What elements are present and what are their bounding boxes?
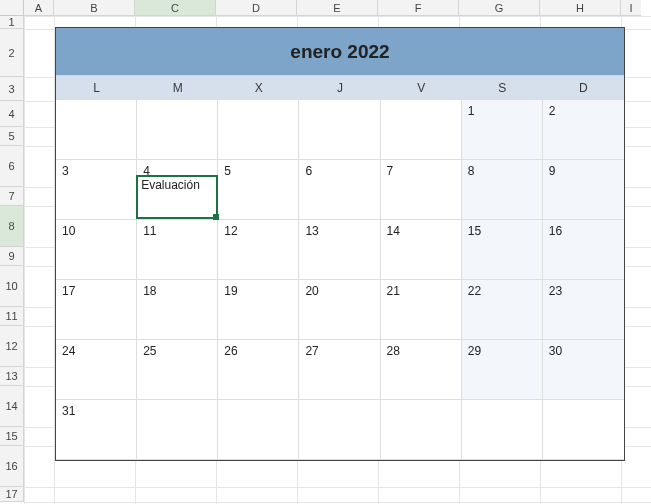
calendar-dow-6: D [543,76,624,100]
row-header-7[interactable]: 7 [0,187,24,206]
calendar-cell[interactable]: 13 [299,220,380,280]
day-number: 5 [224,164,292,178]
calendar-cell[interactable]: 5 [218,160,299,220]
row-header-10[interactable]: 10 [0,266,24,307]
day-number: 21 [387,284,455,298]
calendar-cell[interactable] [299,100,380,160]
calendar-cell[interactable]: 17 [56,280,137,340]
calendar-cell[interactable] [137,100,218,160]
day-number: 31 [62,404,130,418]
calendar-dow-4: V [381,76,462,100]
day-number: 7 [387,164,455,178]
calendar-cell[interactable]: 3 [56,160,137,220]
column-header-C[interactable]: C [135,0,216,16]
day-number: 23 [549,284,618,298]
calendar-cell[interactable]: 7 [381,160,462,220]
day-number: 30 [549,344,618,358]
calendar-cell[interactable]: 2 [543,100,624,160]
column-header-B[interactable]: B [54,0,135,16]
calendar-cell[interactable] [381,100,462,160]
column-header-A[interactable]: A [24,0,54,16]
row-header-9[interactable]: 9 [0,247,24,266]
calendar-cell[interactable]: 18 [137,280,218,340]
calendar-cell[interactable]: 23 [543,280,624,340]
day-number: 24 [62,344,130,358]
calendar-cell[interactable] [299,400,380,460]
day-number: 13 [305,224,373,238]
calendar-cell[interactable]: 31 [56,400,137,460]
calendar-cell[interactable]: 8 [462,160,543,220]
day-number: 8 [468,164,536,178]
calendar-cell[interactable]: 20 [299,280,380,340]
day-number: 17 [62,284,130,298]
calendar-cell[interactable]: 27 [299,340,380,400]
calendar-body: 1234Evaluación56789101112131415161718192… [56,100,624,460]
column-header-D[interactable]: D [216,0,297,16]
column-header-H[interactable]: H [540,0,621,16]
calendar-cell[interactable]: 12 [218,220,299,280]
row-header-1[interactable]: 1 [0,16,24,29]
spreadsheet-grid[interactable]: ABCDEFGH 1234567891011121314151617 enero… [0,0,651,504]
calendar-cell[interactable] [381,400,462,460]
row-header-4[interactable]: 4 [0,101,24,127]
calendar-cell[interactable]: 29 [462,340,543,400]
calendar-cell[interactable]: 25 [137,340,218,400]
row-header-12[interactable]: 12 [0,326,24,367]
row-header-8[interactable]: 8 [0,206,24,247]
calendar-cell[interactable]: 14 [381,220,462,280]
row-header-13[interactable]: 13 [0,367,24,386]
calendar-dow-5: S [462,76,543,100]
day-number: 18 [143,284,211,298]
day-number: 19 [224,284,292,298]
calendar-cell[interactable]: 11 [137,220,218,280]
calendar-cell[interactable]: 4Evaluación [137,160,218,220]
row-header-6[interactable]: 6 [0,146,24,187]
calendar-cell[interactable]: 16 [543,220,624,280]
select-all-corner[interactable] [0,0,24,16]
row-header-14[interactable]: 14 [0,386,24,427]
calendar-cell[interactable]: 15 [462,220,543,280]
row-header-17[interactable]: 17 [0,487,24,502]
calendar-cell[interactable]: 9 [543,160,624,220]
row-header-3[interactable]: 3 [0,77,24,101]
calendar-cell[interactable]: 28 [381,340,462,400]
row-header-5[interactable]: 5 [0,127,24,146]
column-header-E[interactable]: E [297,0,378,16]
row-header-2[interactable]: 2 [0,29,24,77]
day-number: 29 [468,344,536,358]
calendar-cell[interactable] [137,400,218,460]
calendar-cell[interactable]: 6 [299,160,380,220]
calendar-cell[interactable] [543,400,624,460]
column-header-last[interactable]: I [621,0,641,16]
day-number: 3 [62,164,130,178]
row-header-15[interactable]: 15 [0,427,24,446]
day-number: 16 [549,224,618,238]
calendar-cell[interactable]: 22 [462,280,543,340]
calendar-dow-1: M [137,76,218,100]
day-number: 15 [468,224,536,238]
day-number: 6 [305,164,373,178]
calendar-cell[interactable] [462,400,543,460]
day-number: 12 [224,224,292,238]
day-number: 9 [549,164,618,178]
calendar-cell[interactable]: 24 [56,340,137,400]
calendar-cell[interactable] [218,400,299,460]
calendar-cell[interactable]: 10 [56,220,137,280]
calendar-cell[interactable]: 19 [218,280,299,340]
calendar-widget: enero 2022 LMXJVSD 1234Evaluación5678910… [55,27,625,461]
day-number: 22 [468,284,536,298]
column-header-F[interactable]: F [378,0,459,16]
calendar-dow-3: J [299,76,380,100]
row-header-16[interactable]: 16 [0,446,24,487]
calendar-cell[interactable] [56,100,137,160]
calendar-cell[interactable] [218,100,299,160]
calendar-cell[interactable]: 26 [218,340,299,400]
calendar-cell[interactable]: 1 [462,100,543,160]
calendar-cell[interactable]: 21 [381,280,462,340]
calendar-cell[interactable]: 30 [543,340,624,400]
calendar-dow-2: X [218,76,299,100]
day-number: 11 [143,224,211,238]
day-number: 2 [549,104,618,118]
column-header-G[interactable]: G [459,0,540,16]
row-header-11[interactable]: 11 [0,307,24,326]
